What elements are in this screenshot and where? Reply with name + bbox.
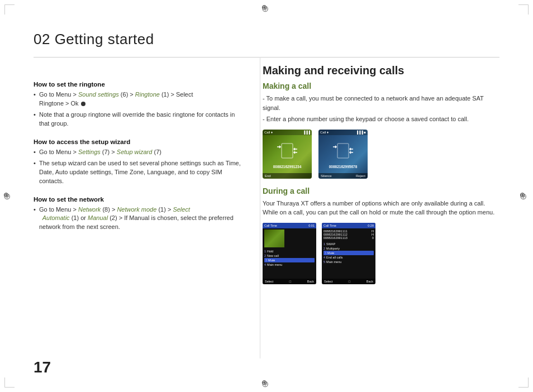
- during-screen-1-select: Select: [265, 280, 273, 283]
- making-call-screen-1: Call ♦ ▐▐▐ 00882162991234 End: [263, 130, 312, 179]
- during-screen-1-call-time: Call Time: [264, 224, 277, 227]
- during-screen-1-info: [286, 230, 287, 247]
- during-screen-1-back: Back: [307, 280, 314, 283]
- during-menu-3-label: Mute: [268, 259, 275, 262]
- during-screen-2-status: Call Time 0:28: [322, 223, 375, 228]
- during-call-subheading: During a call: [263, 187, 499, 195]
- vertical-divider: [260, 57, 260, 358]
- setup-wizard-link: Setup wizard: [117, 149, 153, 155]
- svg-rect-0: [282, 144, 293, 158]
- making-call-text-2: - Enter a phone number using the keypad …: [263, 114, 499, 124]
- corner-mark-tl: [4, 4, 15, 15]
- corner-mark-bl: [4, 377, 15, 388]
- during-menu-4-label: Main menu: [267, 263, 282, 266]
- during-screen-2-menu: 1 SWAP 2 Multiparty 3 Mute 4 End all cal…: [322, 241, 375, 265]
- sound-settings-link: Sound settings: [78, 91, 119, 98]
- during-menu2-4-num: 4: [323, 256, 325, 259]
- screen-2-bottom: Silence Reject: [318, 173, 368, 179]
- during-screen-2-select: Select: [324, 280, 332, 283]
- corner-mark-tr: [518, 4, 529, 15]
- screen-2-call-label: Call ♦: [320, 131, 329, 134]
- screen-1-call-label: Call ♦: [264, 131, 273, 134]
- during-screen-2-call-time: Call Time: [323, 224, 336, 227]
- page-title: 02 Getting started: [34, 31, 154, 48]
- during-menu2-3-num: 3: [325, 251, 326, 255]
- manual-link: Manual: [88, 214, 108, 221]
- during-screen-1-timer: 0:01: [308, 224, 315, 227]
- during-menu-2-label: New call: [267, 254, 279, 257]
- settings-link: Settings: [78, 149, 101, 155]
- during-screen-2-numbers: 00882162991111H 00882162991112H 00882162…: [322, 228, 375, 241]
- ringtone-section-title: How to set the ringtone: [34, 81, 246, 88]
- crosshair-right-icon: ⊕: [520, 191, 530, 201]
- during-screen-1-menu: 1 Hold 2 New call 3 Mute 4 Main menu: [263, 248, 316, 268]
- during-menu2-5-num: 5: [323, 260, 325, 264]
- top-divider: [34, 57, 499, 58]
- corner-mark-br: [518, 377, 529, 388]
- screen-2-icon-area: [329, 137, 357, 165]
- page-number: 17: [34, 358, 51, 376]
- during-screen-1-video: [264, 230, 284, 247]
- right-column: Making and receiving calls Making a call…: [263, 64, 499, 358]
- during-menu2-2-label: Multiparty: [326, 247, 340, 250]
- during-menu-1-num: 1: [264, 250, 266, 253]
- crosshair-bottom-icon: ⊕: [261, 379, 272, 389]
- during-screen-1-bottom: Select □ Back: [263, 279, 316, 284]
- crosshair-top-icon: ⊕: [261, 3, 272, 13]
- during-menu2-5-label: Main menu: [326, 260, 341, 264]
- setup-wizard-section-title: How to access the setup wizard: [34, 138, 246, 145]
- ok-circle-icon: [81, 102, 85, 106]
- network-bullet-1: Go to Menu > Network (8) > Network mode …: [34, 205, 246, 232]
- screen-2-number: 00882162995678: [318, 165, 368, 169]
- screen-2-status-bar: Call ♦ ▐▐▐ ■: [318, 130, 368, 135]
- during-menu-1-newcall: 2 New call: [264, 254, 315, 258]
- during-screen-1: Call Time 0:01 1 Hold 2 New call: [263, 223, 316, 284]
- during-screen-2-num3: 008821629911130: [323, 236, 374, 240]
- during-screen-2-bottom: Select □ Back: [322, 279, 375, 284]
- screen-1-bottom: End: [263, 173, 312, 179]
- setup-wizard-bullet-1: Go to Menu > Settings (7) > Setup wizard…: [34, 148, 246, 157]
- during-menu-2-num: 2: [264, 254, 266, 257]
- during-menu2-3-label: Mute: [327, 251, 334, 255]
- screen-1-status-bar: Call ♦ ▐▐▐: [263, 130, 312, 135]
- ringtone-bullet-1: Go to Menu > Sound settings (6) > Ringto…: [34, 90, 246, 108]
- during-menu-2-mainmenu: 5 Main menu: [323, 260, 374, 264]
- setup-wizard-bullet-2: The setup wizard can be used to set seve…: [34, 159, 246, 186]
- during-menu2-4-label: End all calls: [326, 256, 342, 259]
- during-screen-2-ok: □: [349, 280, 350, 283]
- screen-2-silence-label: Silence: [321, 174, 332, 178]
- during-menu2-2-num: 2: [323, 247, 325, 250]
- left-column: How to set the ringtone Go to Menu > Sou…: [34, 64, 246, 358]
- screen-2-reject-label: Reject: [356, 174, 365, 178]
- during-menu-1-label: Hold: [267, 250, 273, 253]
- during-screen-1-status: Call Time 0:01: [263, 223, 316, 228]
- during-menu-1-mute: 3 Mute: [264, 258, 315, 262]
- ringtone-bullet-2: Note that a group ringtone will override…: [34, 111, 246, 128]
- during-menu-2-mute: 3 Mute: [323, 251, 374, 255]
- during-menu-2-multiparty: 2 Multiparty: [323, 246, 374, 251]
- during-call-screenshots: Call Time 0:01 1 Hold 2 New call: [263, 223, 499, 284]
- screen-1-icon-area: [273, 137, 301, 165]
- during-screen-1-content: [263, 228, 316, 248]
- network-link: Network: [78, 206, 101, 213]
- screen-1-signal: ▐▐▐: [303, 131, 310, 134]
- during-menu-2-swap: 1 SWAP: [323, 242, 374, 246]
- phone-arrows-icon: [274, 139, 301, 164]
- during-menu-4-num: 4: [264, 263, 266, 266]
- making-call-subheading: Making a call: [263, 82, 499, 90]
- select-automatic-link: Select Automatic: [39, 206, 190, 222]
- during-screen-2-back: Back: [367, 280, 373, 283]
- during-menu-3-num: 3: [265, 259, 267, 262]
- network-section-title: How to set the network: [34, 196, 246, 203]
- crosshair-left-icon: ⊕: [3, 191, 13, 201]
- ringtone-link: Ringtone: [135, 91, 160, 98]
- making-call-screenshots: Call ♦ ▐▐▐ 00882162991234 End: [263, 130, 499, 179]
- during-screen-2-timer: 0:28: [368, 224, 374, 227]
- during-screen-2: Call Time 0:28 00882162991111H 008821629…: [322, 223, 375, 284]
- screen-1-number: 00882162991234: [263, 165, 312, 169]
- screen-1-end-label: End: [265, 174, 271, 178]
- network-mode-link: Network mode: [117, 206, 156, 213]
- phone-arrows-icon-2: [330, 139, 356, 164]
- making-call-text-1: - To make a call, you must be connected …: [263, 94, 499, 112]
- svg-rect-4: [337, 144, 349, 158]
